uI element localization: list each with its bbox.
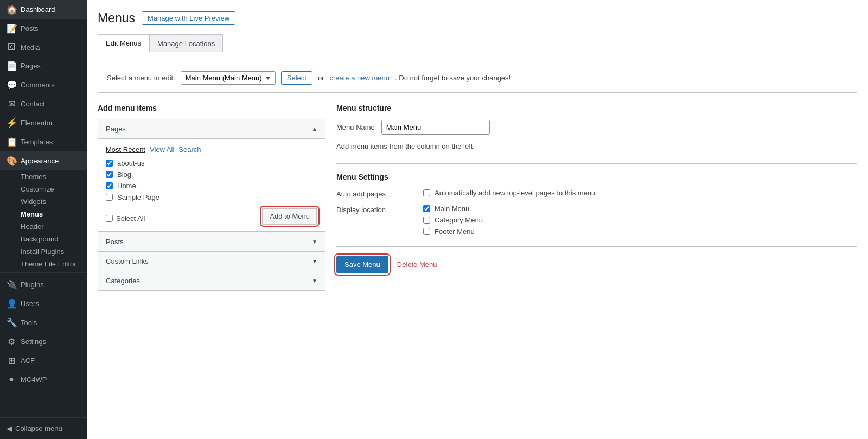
delete-menu-link[interactable]: Delete Menu: [397, 260, 437, 269]
search-tab[interactable]: Search: [178, 145, 201, 154]
sidebar-item-templates[interactable]: 📋 Templates: [0, 132, 87, 151]
create-new-menu-link[interactable]: create a new menu: [329, 74, 390, 82]
manage-live-preview-button[interactable]: Manage with Live Preview: [142, 11, 235, 25]
sidebar-item-comments[interactable]: 💬 Comments: [0, 75, 87, 94]
tabs-row: Edit Menus Manage Locations: [98, 34, 857, 52]
sidebar-sub-background[interactable]: Background: [0, 233, 87, 245]
users-icon: 👤: [7, 298, 16, 309]
sidebar-item-acf[interactable]: ⊞ ACF: [0, 351, 87, 370]
page-title-row: Menus Manage with Live Preview: [98, 11, 857, 26]
add-menu-items-heading: Add menu items: [98, 104, 326, 112]
tab-edit-menus[interactable]: Edit Menus: [98, 34, 149, 52]
pages-accordion: Pages ▲ Most Recent View All Search a: [98, 119, 326, 291]
most-recent-tab[interactable]: Most Recent: [106, 145, 145, 154]
add-to-menu-row: Select All Add to Menu: [106, 208, 317, 225]
menu-hint: Add menu items from the column on the le…: [336, 142, 857, 150]
menu-settings-heading: Menu Settings: [336, 163, 857, 181]
sidebar-item-contact[interactable]: ✉ Contact: [0, 94, 87, 113]
categories-accordion-header[interactable]: Categories ▼: [98, 271, 325, 290]
custom-links-accordion-header[interactable]: Custom Links ▼: [98, 251, 325, 271]
sidebar-item-tools[interactable]: 🔧 Tools: [0, 313, 87, 332]
auto-add-option[interactable]: Automatically add new top-level pages to…: [423, 189, 857, 197]
location-category-menu-checkbox[interactable]: [423, 217, 430, 224]
sidebar-sub-themes[interactable]: Themes: [0, 170, 87, 183]
page-checkbox-blog[interactable]: [106, 171, 113, 178]
location-category-menu[interactable]: Category Menu: [423, 216, 857, 224]
sidebar-item-users[interactable]: 👤 Users: [0, 294, 87, 313]
content-area: Menus Manage with Live Preview Edit Menu…: [87, 0, 868, 439]
posts-icon: 📝: [7, 23, 16, 34]
page-item-about-us[interactable]: about-us: [106, 159, 317, 167]
sidebar-sub-widgets[interactable]: Widgets: [0, 195, 87, 208]
page-label-blog: Blog: [117, 170, 131, 179]
save-reminder: . Do not forget to save your changes!: [395, 74, 510, 82]
page-checkbox-sample-page[interactable]: [106, 194, 113, 201]
sidebar-item-label: Templates: [21, 138, 53, 146]
sidebar-item-pages[interactable]: 📄 Pages: [0, 56, 87, 75]
sidebar-sub-theme-file-editor[interactable]: Theme File Editor: [0, 258, 87, 270]
sidebar-item-media[interactable]: 🖼 Media: [0, 38, 87, 56]
sidebar-item-label: Media: [21, 43, 40, 52]
sidebar-item-dashboard[interactable]: 🏠 Dashboard: [0, 0, 87, 19]
select-menu-row: Select a menu to edit: Main Menu (Main M…: [98, 63, 857, 93]
sidebar-item-settings[interactable]: ⚙ Settings: [0, 332, 87, 351]
select-menu-label: Select a menu to edit:: [107, 74, 175, 82]
sidebar-sub-install-plugins[interactable]: Install Plugins: [0, 245, 87, 258]
auto-add-value: Automatically add new top-level pages to…: [423, 189, 857, 198]
appearance-icon: 🎨: [7, 156, 16, 166]
page-checkbox-about-us[interactable]: [106, 160, 113, 167]
save-menu-button[interactable]: Save Menu: [336, 256, 388, 273]
menu-name-label: Menu Name: [336, 123, 375, 131]
sidebar-item-label: Posts: [21, 24, 39, 33]
page-item-home[interactable]: Home: [106, 182, 317, 190]
display-location-label: Display location: [336, 205, 423, 236]
menu-name-row: Menu Name: [336, 120, 857, 135]
contact-icon: ✉: [7, 99, 16, 109]
posts-accordion-label: Posts: [106, 238, 124, 246]
menu-name-input[interactable]: [381, 120, 490, 135]
sidebar-item-posts[interactable]: 📝 Posts: [0, 19, 87, 38]
posts-collapse-arrow: ▼: [312, 239, 317, 245]
location-main-menu[interactable]: Main Menu: [423, 205, 857, 213]
settings-icon: ⚙: [7, 336, 16, 347]
sidebar-item-appearance[interactable]: 🎨 Appearance: [0, 151, 87, 170]
location-footer-menu[interactable]: Footer Menu: [423, 227, 857, 236]
posts-accordion-header[interactable]: Posts ▼: [98, 232, 325, 251]
pages-list: about-us Blog Home: [106, 159, 317, 201]
auto-add-checkbox[interactable]: [423, 189, 430, 196]
acf-icon: ⊞: [7, 355, 16, 366]
collapse-menu-button[interactable]: ◀ Collapse menu: [0, 417, 87, 439]
pages-accordion-header[interactable]: Pages ▲: [98, 119, 325, 139]
select-all-checkbox[interactable]: [106, 215, 113, 222]
select-all-label[interactable]: Select All: [106, 214, 145, 222]
sidebar-item-plugins[interactable]: 🔌 Plugins: [0, 275, 87, 294]
view-all-tab[interactable]: View All: [150, 145, 174, 154]
sidebar-item-elementor[interactable]: ⚡ Elementor: [0, 113, 87, 132]
location-footer-menu-checkbox[interactable]: [423, 228, 430, 235]
display-location-value: Main Menu Category Menu Footer Menu: [423, 205, 857, 236]
menu-dropdown[interactable]: Main Menu (Main Menu): [181, 71, 276, 85]
pages-tabs: Most Recent View All Search: [106, 145, 317, 154]
sidebar-sub-menus[interactable]: Menus: [0, 208, 87, 220]
auto-add-label: Auto add pages: [336, 189, 423, 198]
sidebar-sub-header[interactable]: Header: [0, 220, 87, 233]
page-title: Menus: [98, 11, 135, 26]
page-item-blog[interactable]: Blog: [106, 170, 317, 179]
pages-accordion-label: Pages: [106, 125, 126, 133]
page-checkbox-home[interactable]: [106, 182, 113, 189]
media-icon: 🖼: [7, 42, 16, 52]
location-main-menu-checkbox[interactable]: [423, 205, 430, 212]
categories-collapse-arrow: ▼: [312, 278, 317, 284]
or-text: or: [318, 74, 324, 82]
templates-icon: 📋: [7, 137, 16, 147]
tab-manage-locations[interactable]: Manage Locations: [149, 34, 223, 52]
right-column: Menu structure Menu Name Add menu items …: [336, 104, 857, 273]
comments-icon: 💬: [7, 80, 16, 90]
page-item-sample-page[interactable]: Sample Page: [106, 193, 317, 201]
add-to-menu-button[interactable]: Add to Menu: [262, 208, 317, 225]
pages-accordion-body: Most Recent View All Search about-us: [98, 139, 325, 232]
main-content: Menus Manage with Live Preview Edit Menu…: [87, 0, 868, 439]
sidebar-item-mc4wp[interactable]: ● MC4WP: [0, 370, 87, 389]
select-button[interactable]: Select: [281, 71, 312, 85]
sidebar-sub-customize[interactable]: Customize: [0, 183, 87, 195]
